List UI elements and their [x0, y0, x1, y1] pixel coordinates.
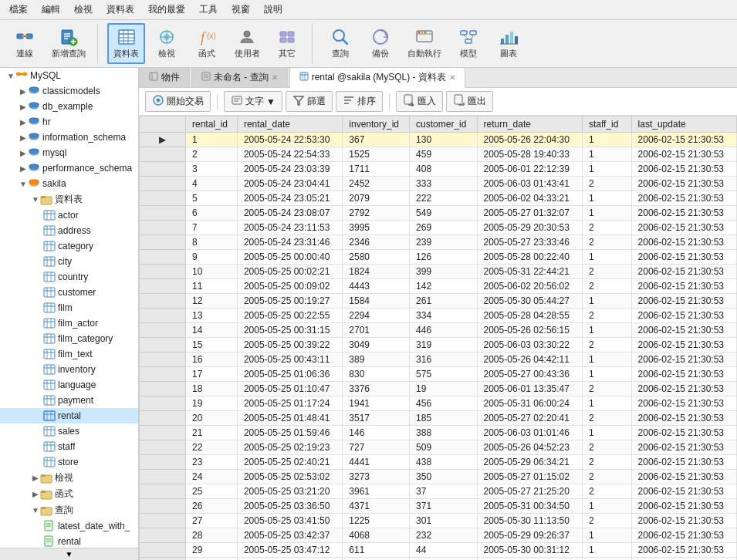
table-row[interactable]: 72005-05-24 23:11:5339952692005-05-29 20…	[140, 221, 737, 235]
table-row[interactable]: 62005-05-24 23:08:0727925492005-05-27 01…	[140, 206, 737, 221]
sidebar-item-latest-date[interactable]: latest_date_with_	[0, 518, 138, 534]
table-row[interactable]: 232005-05-25 02:40:2144414382005-05-29 0…	[140, 455, 737, 470]
query-button[interactable]: 查詢	[322, 24, 359, 63]
sidebar-item-mysql[interactable]: ▼ MySQL	[0, 68, 138, 83]
sidebar-item-classicmodels[interactable]: ▶ classicmodels	[0, 83, 138, 99]
sidebar-item-hr[interactable]: ▶ hr	[0, 114, 138, 130]
sidebar-item-funcs-folder[interactable]: ▶ 函式	[0, 486, 138, 502]
sidebar-item-rental[interactable]: rental	[0, 408, 138, 423]
col-rental-date[interactable]: rental_date	[237, 116, 342, 133]
col-customer-id[interactable]: customer_id	[410, 116, 477, 133]
sort-button[interactable]: 排序	[336, 91, 383, 112]
table-row[interactable]: 112005-05-25 00:09:0244431422005-06-02 2…	[140, 279, 737, 294]
begin-transaction-button[interactable]: 開始交易	[145, 91, 211, 112]
table-row[interactable]: 272005-05-25 03:41:5012253012005-05-30 1…	[140, 514, 737, 528]
table-row[interactable]: 22005-05-24 22:54:3315254592005-05-28 19…	[140, 147, 737, 162]
sidebar-item-sakila[interactable]: ▼ sakila	[0, 176, 138, 191]
menu-favorites[interactable]: 我的最愛	[142, 2, 191, 18]
table-row[interactable]: 262005-05-25 03:36:5043713712005-05-31 0…	[140, 499, 737, 514]
sidebar-item-customer[interactable]: customer	[0, 285, 138, 300]
sidebar-item-language[interactable]: language	[0, 377, 138, 393]
sidebar-item-performance-schema[interactable]: ▶ performance_schema	[0, 160, 138, 176]
sidebar-item-actor[interactable]: actor	[0, 207, 138, 223]
model-button[interactable]: 模型	[450, 24, 487, 63]
chart-button[interactable]: 圖表	[490, 24, 527, 63]
sidebar-item-information-schema[interactable]: ▶ information_schema	[0, 130, 138, 145]
col-inventory-id[interactable]: inventory_id	[343, 116, 410, 133]
col-rental-id[interactable]: rental_id	[186, 116, 238, 133]
sidebar-item-film-actor[interactable]: film_actor	[0, 315, 138, 331]
menu-view[interactable]: 檢視	[68, 2, 99, 18]
sidebar-item-address[interactable]: address	[0, 223, 138, 238]
tab-close-button[interactable]: ✕	[272, 73, 278, 82]
view-button[interactable]: 檢視	[148, 24, 185, 63]
table-row[interactable]: 52005-05-24 23:05:2120792222005-06-02 04…	[140, 191, 737, 206]
table-row[interactable]: ▶12005-05-24 22:53:303671302005-05-26 22…	[140, 133, 737, 147]
sidebar-scroll-down[interactable]: ▼	[0, 548, 138, 560]
tab-object[interactable]: 物件	[139, 68, 190, 87]
sidebar-item-views-folder[interactable]: ▶ 檢視	[0, 470, 138, 486]
table-row[interactable]: 172005-05-25 01:06:368305752005-05-27 00…	[140, 367, 737, 382]
text-button[interactable]: 文字 ▼	[224, 91, 282, 112]
tab-unnamed-query[interactable]: 未命名 - 查詢 ✕	[191, 68, 288, 87]
sidebar-item-payment[interactable]: payment	[0, 393, 138, 408]
sidebar-item-rental-query[interactable]: rental	[0, 534, 138, 548]
col-last-update[interactable]: last_update	[631, 116, 736, 133]
autorun-button[interactable]: 自動執行	[402, 24, 447, 63]
sidebar-item-inventory[interactable]: inventory	[0, 362, 138, 377]
other-button[interactable]: 其它	[269, 24, 306, 63]
sidebar-item-store[interactable]: store	[0, 454, 138, 470]
table-row[interactable]: 252005-05-25 03:21:203961372005-05-27 21…	[140, 484, 737, 499]
table-row[interactable]: 92005-05-25 00:00:4025801262005-05-28 00…	[140, 250, 737, 265]
table-row[interactable]: 212005-05-25 01:59:461463882005-06-03 01…	[140, 426, 737, 440]
table-button[interactable]: 資料表	[107, 23, 145, 64]
table-row[interactable]: 32005-05-24 23:03:3917114082005-06-01 22…	[140, 162, 737, 177]
sidebar-item-staff[interactable]: staff	[0, 439, 138, 454]
table-row[interactable]: 282005-05-25 03:42:3740682322005-05-29 0…	[140, 528, 737, 543]
data-table-area[interactable]: rental_id rental_date inventory_id custo…	[139, 116, 737, 560]
filter-button[interactable]: 篩選	[286, 91, 333, 112]
table-row[interactable]: 182005-05-25 01:10:473376192005-06-01 13…	[140, 382, 737, 396]
col-return-date[interactable]: return_date	[477, 116, 582, 133]
function-button[interactable]: f(x) 函式	[188, 24, 225, 63]
backup-button[interactable]: 備份	[362, 24, 399, 63]
sidebar-item-tables-folder[interactable]: ▼ 資料表	[0, 191, 138, 207]
table-row[interactable]: 102005-05-25 00:02:2118243992005-05-31 2…	[140, 265, 737, 279]
sidebar-tree[interactable]: ▼ MySQL ▶ classicmodels ▶	[0, 68, 138, 548]
col-staff-id[interactable]: staff_id	[582, 116, 631, 133]
table-row[interactable]: 132005-05-25 00:22:5522943342005-05-28 0…	[140, 309, 737, 323]
sidebar-item-queries-folder[interactable]: ▼ 查詢	[0, 502, 138, 518]
sidebar-item-category[interactable]: category	[0, 238, 138, 254]
new-query-button[interactable]: 新增查詢	[46, 24, 91, 63]
menu-tools[interactable]: 工具	[193, 2, 224, 18]
sidebar-item-city[interactable]: city	[0, 254, 138, 269]
table-row[interactable]: 242005-05-25 02:53:0232733502005-05-27 0…	[140, 470, 737, 484]
import-button[interactable]: 匯入	[396, 91, 443, 112]
menu-edit[interactable]: 編輯	[35, 2, 66, 18]
export-button[interactable]: 匯出	[446, 91, 493, 112]
table-row[interactable]: 302005-05-25 04:01:3237444302005-05-30 1…	[140, 558, 737, 561]
sidebar-item-mysql-db[interactable]: ▶ mysql	[0, 145, 138, 160]
tab-rental-table[interactable]: rental @sakila (MySQL) - 資料表 ✕	[289, 68, 465, 88]
sidebar-item-film-text[interactable]: film_text	[0, 346, 138, 362]
table-row[interactable]: 202005-05-25 01:48:4135171852005-05-27 0…	[140, 411, 737, 426]
user-button[interactable]: 使用者	[228, 24, 265, 63]
table-row[interactable]: 42005-05-24 23:04:4124523332005-06-03 01…	[140, 177, 737, 191]
sidebar-item-country[interactable]: country	[0, 269, 138, 285]
table-row[interactable]: 142005-05-25 00:31:1527014462005-05-26 0…	[140, 323, 737, 338]
table-row[interactable]: 82005-05-24 23:31:4623462392005-05-27 23…	[140, 235, 737, 250]
menu-help[interactable]: 說明	[258, 2, 289, 18]
menu-window[interactable]: 視窗	[225, 2, 256, 18]
table-row[interactable]: 122005-05-25 00:19:2715842612005-05-30 0…	[140, 294, 737, 309]
connect-button[interactable]: 連線	[6, 24, 43, 63]
tab-rental-close-button[interactable]: ✕	[449, 73, 455, 82]
menu-file[interactable]: 檔案	[3, 2, 34, 18]
sidebar-item-db-example[interactable]: ▶ db_example	[0, 99, 138, 114]
table-row[interactable]: 192005-05-25 01:17:2419414562005-05-31 0…	[140, 396, 737, 411]
table-row[interactable]: 152005-05-25 00:39:2230493192005-06-03 0…	[140, 338, 737, 353]
sidebar-item-film[interactable]: film	[0, 300, 138, 315]
table-row[interactable]: 222005-05-25 02:19:237275092005-05-26 04…	[140, 440, 737, 455]
table-row[interactable]: 162005-05-25 00:43:113893162005-05-26 04…	[140, 353, 737, 367]
table-row[interactable]: 292005-05-25 03:47:12611442005-05-30 00:…	[140, 543, 737, 558]
sidebar-item-film-category[interactable]: film_category	[0, 331, 138, 346]
